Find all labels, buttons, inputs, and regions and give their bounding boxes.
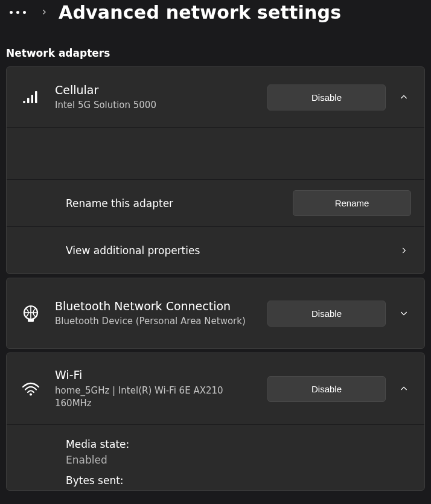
view-properties-row[interactable]: View additional properties <box>7 226 424 273</box>
svg-rect-3 <box>35 91 37 103</box>
adapter-name: Bluetooth Network Connection <box>55 299 253 314</box>
chevron-right-icon <box>40 8 48 16</box>
svg-point-0 <box>23 101 25 103</box>
breadcrumb-header: Advanced network settings <box>0 0 431 29</box>
adapter-list: Cellular Intel 5G Solution 5000 Disable … <box>0 66 431 491</box>
chevron-up-icon[interactable] <box>397 90 411 104</box>
disable-button[interactable]: Disable <box>267 85 386 110</box>
bytes-sent-label: Bytes sent: <box>66 474 411 486</box>
adapter-name: Wi-Fi <box>55 368 253 383</box>
media-state-label: Media state: <box>66 438 411 450</box>
rename-label: Rename this adapter <box>66 197 282 209</box>
wifi-detail-block: Media state: Enabled Bytes sent: <box>7 424 424 486</box>
rename-button[interactable]: Rename <box>293 190 411 216</box>
adapter-name: Cellular <box>55 83 253 98</box>
adapter-header-cellular[interactable]: Cellular Intel 5G Solution 5000 Disable <box>7 67 424 127</box>
cellular-signal-icon <box>21 91 40 104</box>
page-title: Advanced network settings <box>59 2 341 23</box>
disable-button[interactable]: Disable <box>267 301 386 327</box>
adapter-card-cellular: Cellular Intel 5G Solution 5000 Disable … <box>6 66 425 274</box>
chevron-right-icon <box>397 243 411 258</box>
bluetooth-network-icon <box>21 304 40 322</box>
adapter-card-bluetooth: Bluetooth Network Connection Bluetooth D… <box>6 278 425 349</box>
wifi-icon <box>21 381 40 396</box>
adapter-card-wifi: Wi-Fi home_5GHz | Intel(R) Wi-Fi 6E AX21… <box>6 352 425 491</box>
chevron-up-icon[interactable] <box>397 381 411 396</box>
svg-point-8 <box>30 394 32 396</box>
section-label: Network adapters <box>0 29 431 66</box>
rename-row: Rename this adapter Rename <box>7 179 424 226</box>
adapter-device: Intel 5G Solution 5000 <box>55 99 253 112</box>
svg-rect-2 <box>31 95 34 103</box>
view-properties-label: View additional properties <box>66 244 386 257</box>
chevron-down-icon[interactable] <box>397 306 411 321</box>
adapter-header-wifi[interactable]: Wi-Fi home_5GHz | Intel(R) Wi-Fi 6E AX21… <box>7 353 424 424</box>
adapter-header-bluetooth[interactable]: Bluetooth Network Connection Bluetooth D… <box>7 278 424 348</box>
more-icon[interactable] <box>6 7 30 18</box>
adapter-device: home_5GHz | Intel(R) Wi-Fi 6E AX210 160M… <box>55 384 253 410</box>
disable-button[interactable]: Disable <box>267 376 386 402</box>
media-state-value: Enabled <box>66 454 411 466</box>
svg-rect-7 <box>28 319 34 322</box>
adapter-device: Bluetooth Device (Personal Area Network) <box>55 315 253 328</box>
adapter-detail-empty <box>7 127 424 179</box>
svg-rect-1 <box>27 98 30 103</box>
